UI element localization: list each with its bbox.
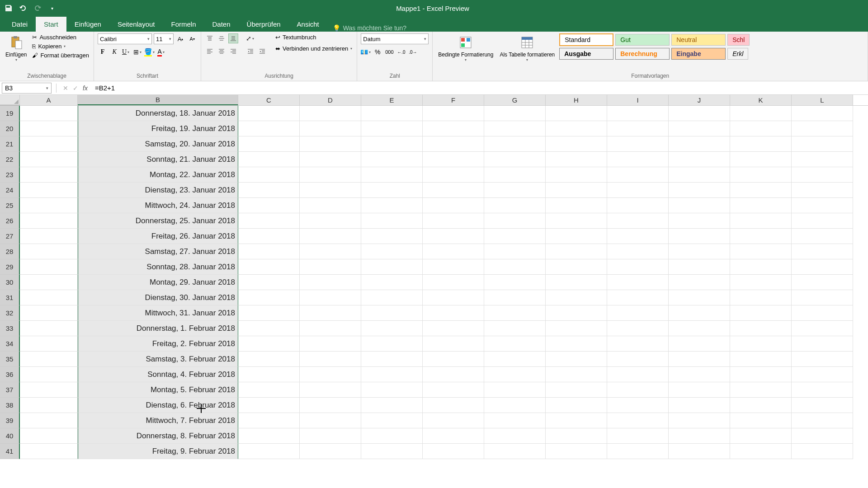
cell[interactable] [546,428,607,444]
accounting-format-button[interactable]: 💶▾ [361,47,371,57]
cell[interactable] [238,121,300,136]
tab-ueberpruefen[interactable]: Überprüfen [239,17,289,32]
cell[interactable] [300,229,361,244]
cell[interactable] [546,244,607,259]
cell[interactable] [607,183,669,198]
cell[interactable] [730,244,792,259]
column-header-A[interactable]: A [20,95,78,105]
fill-color-button[interactable]: 🪣▾ [145,47,155,57]
cell[interactable] [238,275,300,290]
row-header[interactable]: 40 [0,428,20,444]
cell[interactable] [792,305,853,321]
cell[interactable] [423,152,484,167]
decrease-decimal-button[interactable]: .0→ [408,47,418,57]
cell[interactable] [361,213,423,229]
cell[interactable]: Dienstag, 6. Februar 2018 [78,398,238,413]
cell[interactable] [238,244,300,259]
cell[interactable] [669,198,730,213]
cell[interactable] [484,106,546,121]
cell[interactable] [607,444,669,459]
cell[interactable]: Sonntag, 4. Februar 2018 [78,367,238,382]
row-header[interactable]: 36 [0,367,20,382]
cell[interactable] [300,183,361,198]
cell[interactable] [792,213,853,229]
cell[interactable] [546,321,607,336]
cell[interactable] [730,382,792,398]
cell[interactable] [669,275,730,290]
cell[interactable] [361,121,423,136]
cell[interactable] [669,444,730,459]
cell[interactable] [730,275,792,290]
cell[interactable] [792,198,853,213]
tell-me-search[interactable]: 💡 Was möchten Sie tun? [327,24,412,32]
cell[interactable]: Donnerstag, 8. Februar 2018 [78,428,238,444]
cell[interactable] [792,121,853,136]
style-neutral[interactable]: Neutral [671,34,726,46]
font-size-combo[interactable]: 11▾ [154,33,174,44]
cell[interactable] [300,213,361,229]
cell[interactable] [669,321,730,336]
cell[interactable] [792,352,853,367]
cell[interactable] [792,106,853,121]
cell[interactable] [607,367,669,382]
cell[interactable] [607,229,669,244]
formula-input[interactable] [91,84,868,92]
style-ausgabe[interactable]: Ausgabe [559,48,613,60]
cell[interactable] [730,152,792,167]
cell[interactable] [792,229,853,244]
copy-button[interactable]: ⎘ Kopieren ▾ [31,42,90,50]
cell[interactable]: Freitag, 2. Februar 2018 [78,336,238,352]
cell[interactable] [546,382,607,398]
cell[interactable] [792,275,853,290]
cell[interactable] [484,259,546,275]
style-gut[interactable]: Gut [615,34,670,46]
cell[interactable] [238,106,300,121]
cell[interactable] [361,413,423,428]
tab-start[interactable]: Start [36,17,66,32]
cell[interactable] [792,444,853,459]
column-header-L[interactable]: L [792,95,853,105]
cell[interactable] [300,106,361,121]
row-header[interactable]: 24 [0,183,20,198]
cell[interactable] [423,290,484,305]
cell[interactable] [238,213,300,229]
cell[interactable] [546,152,607,167]
cell[interactable] [423,167,484,183]
row-header[interactable]: 33 [0,321,20,336]
cell[interactable] [423,444,484,459]
cell[interactable] [238,444,300,459]
cell[interactable]: Dienstag, 23. Januar 2018 [78,183,238,198]
cell[interactable] [20,183,78,198]
cell[interactable] [20,336,78,352]
style-eingabe[interactable]: Eingabe [671,48,726,60]
increase-indent-button[interactable] [257,46,267,56]
save-icon[interactable] [5,4,13,12]
cell[interactable] [669,213,730,229]
select-all-corner[interactable] [0,95,20,105]
cell[interactable] [484,213,546,229]
cell[interactable] [361,229,423,244]
tab-einfuegen[interactable]: Einfügen [66,17,109,32]
cell[interactable] [730,321,792,336]
cell[interactable] [20,290,78,305]
cell[interactable] [730,444,792,459]
cell[interactable] [20,367,78,382]
cell[interactable] [792,321,853,336]
cell[interactable]: Donnerstag, 25. Januar 2018 [78,213,238,229]
cell[interactable]: Samstag, 20. Januar 2018 [78,136,238,152]
cell[interactable] [20,352,78,367]
cell[interactable] [546,167,607,183]
cell[interactable] [669,136,730,152]
cell[interactable] [546,229,607,244]
cell[interactable] [423,367,484,382]
cell[interactable] [300,275,361,290]
cell[interactable] [546,413,607,428]
cell[interactable] [300,259,361,275]
cell[interactable] [300,336,361,352]
cancel-formula-button[interactable]: ✕ [63,84,68,92]
shrink-font-button[interactable]: A▾ [187,34,197,44]
cell[interactable] [238,259,300,275]
align-left-button[interactable] [205,46,215,56]
column-header-J[interactable]: J [669,95,730,105]
cell[interactable] [423,198,484,213]
